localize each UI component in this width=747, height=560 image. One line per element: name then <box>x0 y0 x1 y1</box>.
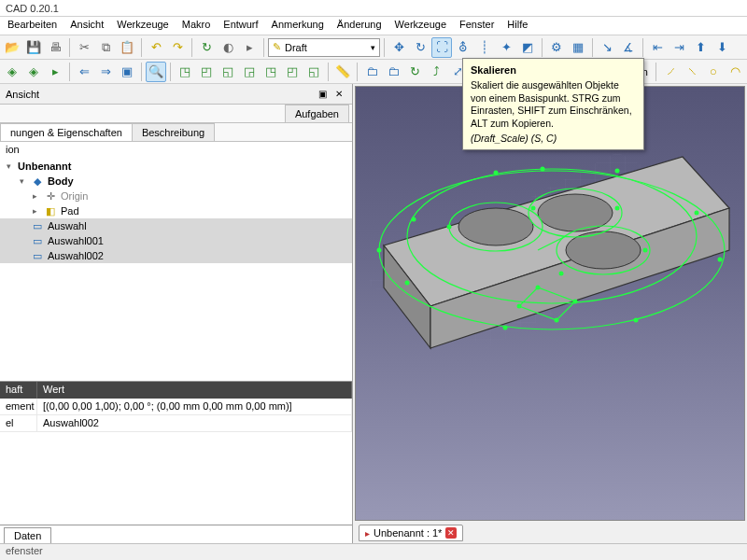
measure-tool-icon[interactable]: 📏 <box>332 62 353 82</box>
axis-icon[interactable]: ┊ <box>474 37 495 58</box>
draft-icon: ✎ <box>273 41 281 53</box>
svg-point-4 <box>458 208 533 245</box>
mirror-icon[interactable]: ⛢ <box>453 37 473 58</box>
status-text: efenster <box>6 545 43 556</box>
tree-doc[interactable]: ▾ Unbenannt <box>0 159 352 174</box>
stop-icon[interactable]: ◐ <box>218 37 238 58</box>
tab-eigenschaften[interactable]: nungen & Eigenschaften <box>0 123 133 141</box>
menu-aenderung[interactable]: Änderung <box>331 17 388 35</box>
tree-auswahl[interactable]: ▭ Auswahl <box>0 218 352 233</box>
view-left-icon[interactable]: ◱ <box>303 62 324 82</box>
tree-body[interactable]: ▾ ◆ Body <box>0 174 352 189</box>
combo-subtabs: nungen & Eigenschaften Beschreibung <box>0 123 352 142</box>
menu-werkzeuge-2[interactable]: Werkzeuge <box>389 17 452 35</box>
grid-icon[interactable]: ✦ <box>496 37 516 58</box>
selection-icon: ▭ <box>31 219 44 232</box>
redo-icon[interactable]: ↷ <box>167 37 188 58</box>
isometric-icon[interactable]: ◈ <box>2 62 22 82</box>
draft3-icon[interactable]: ○ <box>703 62 724 82</box>
3d-scene[interactable] <box>355 86 745 521</box>
export-icon[interactable]: ⤴ <box>426 62 446 82</box>
tree-auswahl002-label: Auswahl002 <box>48 250 104 261</box>
save-icon[interactable]: 💾 <box>23 37 44 58</box>
document-tab-label: Unbenannt : 1* <box>374 527 442 539</box>
draft2-icon[interactable]: ⟍ <box>682 62 702 82</box>
undo-icon[interactable]: ↶ <box>146 37 166 58</box>
3d-viewport[interactable]: ▸ Unbenannt : 1* ✕ <box>353 84 747 543</box>
property-view: haft Wert ement [(0,00 0,00 1,00); 0,00 … <box>0 381 352 543</box>
reload-icon[interactable]: ↻ <box>404 62 425 82</box>
menu-hilfe[interactable]: Hilfe <box>501 17 533 35</box>
paste-icon[interactable]: 📋 <box>117 37 137 58</box>
collapse-icon[interactable]: ▾ <box>4 161 14 171</box>
draft1-icon[interactable]: ⟋ <box>660 62 681 82</box>
view-front-icon[interactable]: ◰ <box>196 62 217 82</box>
close-doc-icon[interactable]: ✕ <box>445 527 457 539</box>
status-bar: efenster <box>0 543 747 560</box>
arrow-up-icon[interactable]: ⬆ <box>690 37 711 58</box>
draft4-icon[interactable]: ◠ <box>725 62 745 82</box>
nav-up-icon[interactable]: ▣ <box>117 62 137 82</box>
expand-icon[interactable]: ▸ <box>30 191 40 201</box>
menu-entwurf[interactable]: Entwurf <box>218 17 263 35</box>
tab-beschreibung[interactable]: Beschreibung <box>132 123 215 141</box>
tree-origin[interactable]: ▸ ✛ Origin <box>0 189 352 203</box>
view-right-icon[interactable]: ◲ <box>239 62 260 82</box>
arrow-right-icon[interactable]: ⇥ <box>669 37 689 58</box>
menu-bearbeiten[interactable]: Bearbeiten <box>2 17 63 35</box>
macro-icon[interactable]: ▸ <box>239 37 260 58</box>
tree-pad[interactable]: ▸ ◧ Pad <box>0 203 352 218</box>
measure-icon[interactable]: ↘ <box>597 37 617 58</box>
print-icon[interactable]: 🖶 <box>45 37 65 58</box>
document-tab[interactable]: ▸ Unbenannt : 1* ✕ <box>359 525 463 541</box>
tree-auswahl002[interactable]: ▭ Auswahl002 <box>0 248 352 263</box>
part-icon[interactable]: ◈ <box>23 62 44 82</box>
view-rear-icon[interactable]: ◳ <box>261 62 281 82</box>
tab-aufgaben[interactable]: Aufgaben <box>285 105 349 122</box>
view-bottom-icon[interactable]: ◰ <box>282 62 303 82</box>
expand-icon[interactable]: ▸ <box>30 206 40 216</box>
view-top-icon[interactable]: ◱ <box>218 62 238 82</box>
bounds-icon[interactable]: ▸ <box>45 62 65 82</box>
title-bar: CAD 0.20.1 <box>0 0 747 17</box>
refresh-icon[interactable]: ↻ <box>196 37 217 58</box>
workbench-selector[interactable]: ✎ Draft ▾ <box>268 38 380 57</box>
gear-icon[interactable]: ⚙ <box>546 37 567 58</box>
svg-point-24 <box>615 206 620 211</box>
menu-makro[interactable]: Makro <box>176 17 217 35</box>
menu-anmerkung[interactable]: Anmerkung <box>266 17 330 35</box>
nav-fwd-icon[interactable]: ⇒ <box>95 62 116 82</box>
property-key: ement <box>0 399 37 414</box>
zoom-icon[interactable]: 🔍 <box>146 62 166 82</box>
nav-back-icon[interactable]: ⇐ <box>74 62 94 82</box>
angle-icon[interactable]: ∡ <box>618 37 639 58</box>
svg-point-12 <box>412 217 416 222</box>
open-icon[interactable]: 📂 <box>2 37 22 58</box>
arrow-down-icon[interactable]: ⬇ <box>712 37 732 58</box>
fit-all-icon[interactable]: ⛶ <box>431 37 452 58</box>
move-view-icon[interactable]: ✥ <box>388 37 409 58</box>
collapse-icon[interactable]: ▾ <box>17 176 27 186</box>
arrow-left-icon[interactable]: ⇤ <box>647 37 668 58</box>
folder-icon[interactable]: 🗀 <box>361 62 382 82</box>
property-row[interactable]: el Auswahl002 <box>0 415 352 432</box>
menu-ansicht[interactable]: Ansicht <box>64 17 109 35</box>
close-panel-icon[interactable]: ✕ <box>331 87 346 102</box>
tree-auswahl001[interactable]: ▭ Auswahl001 <box>0 233 352 248</box>
toolbar-row-1: 📂 💾 🖶 ✂ ⧉ 📋 ↶ ↷ ↻ ◐ ▸ ✎ Draft ▾ ✥ ↻ ⛶ ⛢ … <box>0 35 747 60</box>
cut-icon[interactable]: ✂ <box>74 37 94 58</box>
menu-fenster[interactable]: Fenster <box>454 17 500 35</box>
sketch-icon[interactable]: ◩ <box>517 37 538 58</box>
property-row[interactable]: ement [(0,00 0,00 1,00); 0,00 °; (0,00 m… <box>0 399 352 415</box>
copy-icon[interactable]: ⧉ <box>95 37 116 58</box>
combo-tabs: Aufgaben <box>0 105 352 123</box>
grid2-icon[interactable]: ▦ <box>568 37 588 58</box>
rotate-view-icon[interactable]: ↻ <box>410 37 430 58</box>
menu-werkzeuge[interactable]: Werkzeuge <box>111 17 174 35</box>
folder2-icon[interactable]: 🗀 <box>383 62 403 82</box>
selection-icon: ▭ <box>31 234 44 247</box>
tab-daten[interactable]: Daten <box>4 527 51 543</box>
float-icon[interactable]: ▣ <box>315 87 330 102</box>
model-tree[interactable]: ▾ Unbenannt ▾ ◆ Body ▸ ✛ Origin ▸ ◧ Pad … <box>0 157 352 343</box>
view-iso-icon[interactable]: ◳ <box>175 62 195 82</box>
